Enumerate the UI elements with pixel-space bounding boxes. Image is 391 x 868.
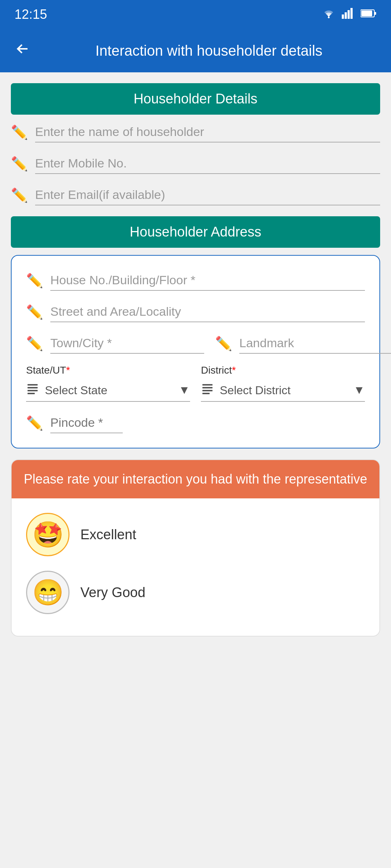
state-list-icon <box>26 382 39 398</box>
very-good-label: Very Good <box>80 585 146 600</box>
svg-rect-13 <box>202 387 213 388</box>
house-no-field-row: ✏️ <box>26 270 365 291</box>
wifi-icon <box>321 8 336 21</box>
svg-rect-6 <box>374 12 376 15</box>
svg-rect-15 <box>202 393 210 394</box>
pincode-field-row: ✏️ <box>26 413 365 433</box>
state-dropdown-arrow: ▼ <box>178 383 190 397</box>
svg-rect-12 <box>202 384 213 386</box>
email-input[interactable] <box>35 185 380 205</box>
address-card: ✏️ ✏️ ✏️ ✏️ State/UT* <box>11 255 380 448</box>
district-dropdown-container: Select District ▼ <box>201 379 365 402</box>
district-label: District* <box>201 365 365 376</box>
district-required-star: * <box>232 365 236 376</box>
rating-header-text: Please rate your interaction you had wit… <box>24 472 367 486</box>
landmark-field-row: ✏️ <box>215 333 391 354</box>
name-input[interactable] <box>35 122 380 142</box>
very-good-emoji: 😁 <box>26 571 70 614</box>
svg-rect-7 <box>361 10 372 16</box>
svg-point-0 <box>328 16 330 18</box>
page-title: Interaction with householder details <box>41 43 377 59</box>
pincode-edit-icon: ✏️ <box>26 415 43 431</box>
rating-card: Please rate your interaction you had wit… <box>11 459 380 637</box>
svg-rect-4 <box>350 8 353 19</box>
mobile-field-row: ✏️ <box>11 153 380 174</box>
state-label: State/UT* <box>26 365 190 376</box>
householder-details-header: Householder Details <box>11 83 380 115</box>
name-field-row: ✏️ <box>11 122 380 142</box>
status-time: 12:15 <box>14 7 47 22</box>
house-no-edit-icon: ✏️ <box>26 273 43 289</box>
district-col: District* Select District ▼ <box>201 365 365 402</box>
rating-option-excellent[interactable]: 🤩 Excellent <box>12 506 379 563</box>
rating-option-very-good[interactable]: 😁 Very Good <box>12 563 379 621</box>
status-bar: 12:15 <box>0 0 391 29</box>
svg-rect-11 <box>28 393 35 394</box>
svg-rect-2 <box>345 12 347 19</box>
signal-icon <box>342 8 355 21</box>
email-edit-icon: ✏️ <box>11 187 28 203</box>
content-area: Householder Details ✏️ ✏️ ✏️ Householder… <box>0 72 391 647</box>
battery-icon <box>361 8 377 21</box>
town-landmark-row: ✏️ ✏️ <box>26 333 365 354</box>
rating-header: Please rate your interaction you had wit… <box>12 460 379 498</box>
mobile-edit-icon: ✏️ <box>11 156 28 172</box>
mobile-input[interactable] <box>35 153 380 174</box>
street-input[interactable] <box>50 302 365 322</box>
landmark-input[interactable] <box>239 333 391 354</box>
town-input[interactable] <box>50 333 204 354</box>
state-select[interactable]: Select State Andhra Pradesh Arunachal Pr… <box>45 384 173 397</box>
householder-address-header: Householder Address <box>11 216 380 248</box>
svg-rect-10 <box>28 390 38 391</box>
state-required-star: * <box>66 365 70 376</box>
pincode-input[interactable] <box>50 413 123 433</box>
back-button[interactable] <box>14 41 30 61</box>
svg-rect-14 <box>202 390 213 391</box>
email-field-row: ✏️ <box>11 185 380 205</box>
app-bar: Interaction with householder details <box>0 29 391 72</box>
street-edit-icon: ✏️ <box>26 304 43 320</box>
state-district-row: State/UT* Select State Andhra Pradesh <box>26 365 365 402</box>
town-edit-icon: ✏️ <box>26 336 43 352</box>
landmark-edit-icon: ✏️ <box>215 336 232 352</box>
excellent-emoji: 🤩 <box>26 513 70 556</box>
district-select[interactable]: Select District <box>220 384 348 397</box>
state-col: State/UT* Select State Andhra Pradesh <box>26 365 190 402</box>
status-icons <box>321 8 377 21</box>
svg-rect-8 <box>28 384 38 386</box>
district-dropdown-arrow: ▼ <box>353 383 365 397</box>
state-dropdown-container: Select State Andhra Pradesh Arunachal Pr… <box>26 379 190 402</box>
town-field-row: ✏️ <box>26 333 204 354</box>
svg-rect-3 <box>348 10 350 19</box>
street-field-row: ✏️ <box>26 302 365 322</box>
house-no-input[interactable] <box>50 270 365 291</box>
district-list-icon <box>201 382 214 398</box>
excellent-label: Excellent <box>80 527 136 542</box>
svg-rect-9 <box>28 387 38 388</box>
name-edit-icon: ✏️ <box>11 124 28 140</box>
svg-rect-1 <box>342 14 344 19</box>
